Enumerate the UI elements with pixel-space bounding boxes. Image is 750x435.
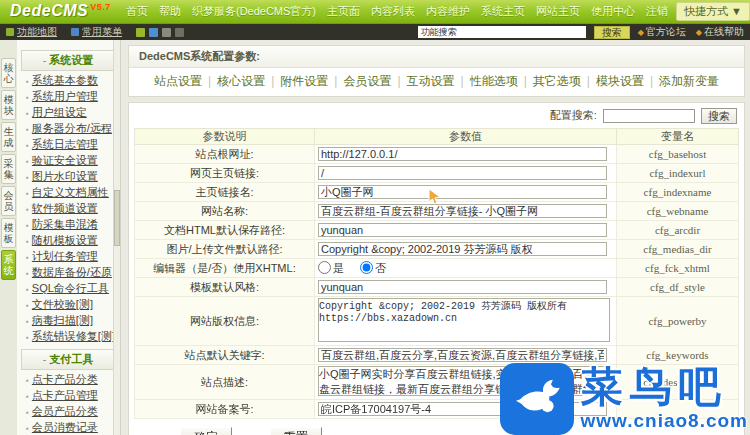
sidebar-item[interactable]: ▪随机模板设置 [17, 233, 120, 249]
bullet-icon: ▪ [26, 109, 29, 118]
param-value-cell [315, 183, 617, 202]
xhtml-radio-no[interactable]: 否 [360, 262, 386, 274]
sidebar-item[interactable]: ▪系统错误修复[测] [17, 329, 120, 345]
module-tab-系统[interactable]: 系统 [1, 250, 16, 280]
sidebar-item[interactable]: ▪软件频道设置 [17, 201, 120, 217]
param-input[interactable] [318, 348, 607, 362]
module-tab-生成[interactable]: 生成 [1, 122, 16, 152]
sidebar-item-label: 文件校验[测] [32, 298, 93, 310]
sidebar-scrollbar[interactable] [113, 40, 120, 435]
quick-launch-icon[interactable] [149, 28, 158, 37]
dove-icon [508, 371, 566, 427]
config-tab[interactable]: 附件设置 [280, 74, 328, 88]
config-tab[interactable]: 核心设置 [217, 74, 265, 88]
sidebar-item[interactable]: ▪数据库备份/还原 [17, 265, 120, 281]
module-tab-会员[interactable]: 会员 [1, 186, 16, 216]
sidebar-item[interactable]: ▪验证安全设置 [17, 153, 120, 169]
topnav-link[interactable]: 帮助 [159, 4, 181, 19]
sidebar-item[interactable]: ▪用户组设定 [17, 105, 120, 121]
bullet-icon: ▪ [26, 205, 29, 214]
sidebar-item[interactable]: ▪文件校验[测] [17, 297, 120, 313]
param-value-cell [315, 221, 617, 240]
module-tab-核心[interactable]: 核心 [1, 58, 16, 88]
function-search-input[interactable] [418, 26, 586, 38]
config-search-button[interactable]: 搜索 [701, 108, 737, 124]
module-tab-模板[interactable]: 模板 [1, 218, 16, 248]
sidebar-item-label: 图片水印设置 [32, 170, 98, 182]
module-tab-模块[interactable]: 模块 [1, 90, 16, 120]
sidebar-item[interactable]: ▪系统基本参数 [17, 73, 120, 89]
tab-separator: | [397, 74, 400, 88]
toolbar-link[interactable]: ◆在线帮助 [696, 25, 744, 39]
reset-button[interactable]: 重置 [270, 427, 322, 435]
quick-launch-icon[interactable] [162, 28, 171, 37]
radio-input[interactable] [360, 261, 373, 274]
sidebar-item[interactable]: ▪会员产品分类 [17, 404, 120, 420]
sidebar-item[interactable]: ▪防采集串混淆 [17, 217, 120, 233]
sidebar-item[interactable]: ▪计划任务管理 [17, 249, 120, 265]
module-tab-采集[interactable]: 采集 [1, 154, 16, 184]
sidebar-group-header[interactable]: -系统设置 [21, 50, 115, 71]
sidebar-item[interactable]: ▪图片水印设置 [17, 169, 120, 185]
variable-name: cfg_webname [617, 202, 739, 221]
column-header: 变量名 [617, 129, 739, 145]
param-input[interactable] [318, 223, 607, 237]
quick-launch-icon[interactable] [175, 28, 184, 37]
param-input[interactable] [318, 185, 607, 199]
tab-separator: | [524, 74, 527, 88]
param-label: 站点根网址: [135, 145, 315, 164]
topnav-link[interactable]: 系统主页 [481, 4, 525, 19]
config-tab[interactable]: 其它选项 [533, 74, 581, 88]
toolbar-item[interactable]: 功能地图 [6, 25, 57, 39]
config-tab[interactable]: 添加新变量 [659, 74, 719, 88]
quick-launch-icon[interactable] [136, 28, 145, 37]
param-label: 网站版权信息: [135, 297, 315, 346]
radio-input[interactable] [318, 261, 331, 274]
toolbar-item-icon [6, 28, 14, 36]
sidebar-item[interactable]: ▪自定义文档属性 [17, 185, 120, 201]
sidebar-scrollbar-thumb[interactable] [114, 190, 120, 246]
config-tab[interactable]: 会员设置 [343, 74, 391, 88]
topnav-link[interactable]: 主页面 [327, 4, 360, 19]
sidebar-item[interactable]: ▪SQL命令行工具 [17, 281, 120, 297]
param-input[interactable] [318, 280, 607, 294]
config-search-input[interactable] [603, 109, 695, 123]
sidebar-item[interactable]: ▪点卡产品分类 [17, 372, 120, 388]
param-input[interactable] [318, 166, 607, 180]
topnav-link[interactable]: 使用中心 [591, 4, 635, 19]
config-tab[interactable]: 互动设置 [407, 74, 455, 88]
shortcut-menu-button[interactable]: 快捷方式 ▼ [676, 2, 750, 21]
sidebar-item[interactable]: ▪系统日志管理 [17, 137, 120, 153]
config-tab[interactable]: 站点设置 [154, 74, 202, 88]
sidebar-item[interactable]: ▪会员消费记录 [17, 420, 120, 435]
bullet-icon: ▪ [26, 77, 29, 86]
tab-separator: | [208, 74, 211, 88]
sidebar-item[interactable]: ▪点卡产品管理 [17, 388, 120, 404]
topnav-link[interactable]: 内容列表 [371, 4, 415, 19]
param-textarea[interactable] [318, 298, 610, 342]
sidebar-group-header[interactable]: -支付工具 [21, 349, 115, 370]
variable-name: cfg_df_style [617, 278, 739, 297]
bullet-icon: ▪ [26, 301, 29, 310]
toolbar-link[interactable]: ◆官方论坛 [638, 25, 686, 39]
sidebar-item-label: 计划任务管理 [32, 250, 98, 262]
topnav-link[interactable]: 内容维护 [426, 4, 470, 19]
topnav-link[interactable]: 网站主页 [536, 4, 580, 19]
param-input[interactable] [318, 204, 607, 218]
config-tab[interactable]: 性能选项 [470, 74, 518, 88]
param-input[interactable] [318, 242, 607, 256]
sidebar-item-label: 数据库备份/还原 [32, 266, 112, 278]
config-tab[interactable]: 模块设置 [596, 74, 644, 88]
sidebar-item[interactable]: ▪系统用户管理 [17, 89, 120, 105]
topnav-link[interactable]: 首页 [126, 4, 148, 19]
xhtml-radio-yes[interactable]: 是 [318, 262, 344, 274]
module-tab-char: 心 [2, 73, 15, 84]
topnav-link[interactable]: 注销 [646, 4, 668, 19]
ok-button[interactable]: 确定 [180, 427, 232, 435]
function-search-button[interactable]: 搜索 [594, 26, 630, 39]
param-input[interactable] [318, 147, 607, 161]
toolbar-item[interactable]: 常用菜单 [71, 25, 122, 39]
sidebar-item[interactable]: ▪病毒扫描[测] [17, 313, 120, 329]
topnav-link[interactable]: 织梦服务(DedeCMS官方) [192, 4, 316, 19]
sidebar-item[interactable]: ▪服务器分布/远程 [17, 121, 120, 137]
